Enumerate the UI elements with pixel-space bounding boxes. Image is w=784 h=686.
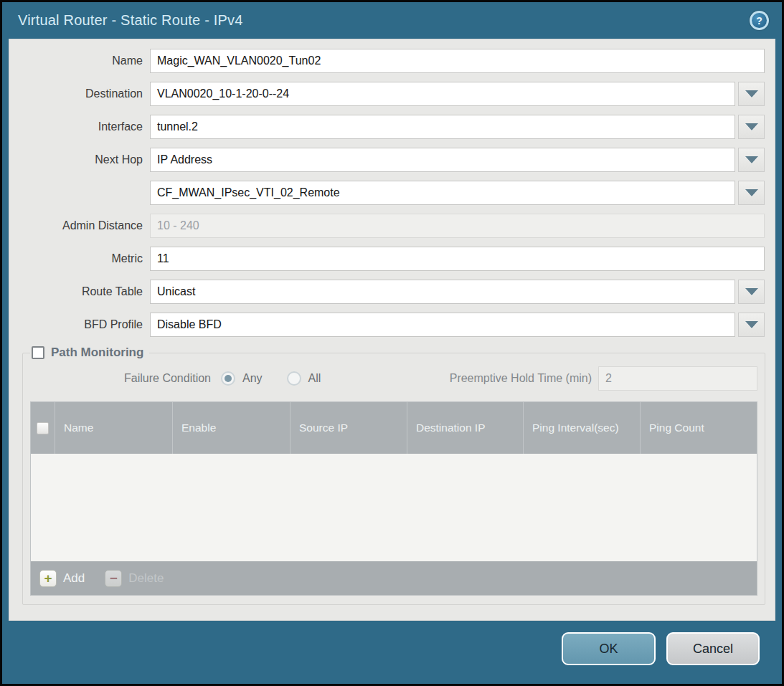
radio-all-label: All: [308, 372, 321, 385]
delete-button-label: Delete: [128, 571, 164, 586]
route-table-label: Route Table: [9, 285, 150, 298]
table-toolbar: + Add − Delete: [31, 561, 757, 595]
chevron-down-icon: [745, 123, 758, 130]
dialog-content: Name Destination Interface: [9, 39, 775, 621]
radio-any-icon: [221, 371, 235, 386]
admin-distance-input[interactable]: [150, 214, 765, 238]
dialog-footer: OK Cancel: [2, 621, 782, 686]
radio-any-label: Any: [242, 372, 263, 385]
help-icon[interactable]: ?: [750, 11, 769, 30]
table-body-empty: [31, 454, 757, 561]
chevron-down-icon: [745, 321, 758, 328]
path-monitoring-checkbox[interactable]: [32, 346, 44, 359]
next-hop-type-dropdown-button[interactable]: [738, 148, 765, 172]
interface-dropdown-button[interactable]: [738, 115, 765, 139]
preemptive-hold-time-label: Preemptive Hold Time (min): [450, 372, 598, 385]
metric-label: Metric: [9, 252, 150, 265]
radio-all-icon: [287, 371, 301, 386]
add-plus-icon: +: [39, 570, 57, 587]
column-header-ping-count[interactable]: Ping Count: [641, 402, 757, 454]
radio-all[interactable]: All: [287, 371, 321, 386]
chevron-down-icon: [745, 90, 758, 97]
add-button[interactable]: + Add: [39, 570, 85, 587]
next-hop-type-input[interactable]: [150, 148, 735, 172]
add-button-label: Add: [63, 571, 85, 586]
name-row: Name: [9, 49, 765, 73]
ok-button[interactable]: OK: [562, 632, 656, 665]
metric-row: Metric: [9, 247, 765, 271]
help-icon-glyph: ?: [752, 13, 767, 28]
cancel-button[interactable]: Cancel: [666, 632, 760, 665]
next-hop-label: Next Hop: [9, 153, 150, 166]
interface-label: Interface: [9, 120, 150, 133]
radio-any[interactable]: Any: [221, 371, 263, 386]
column-header-ping-interval[interactable]: Ping Interval(sec): [524, 402, 641, 454]
bfd-profile-input[interactable]: [150, 313, 735, 337]
name-label: Name: [9, 54, 150, 67]
column-header-name[interactable]: Name: [55, 402, 173, 454]
path-monitoring-legend: Path Monitoring: [30, 346, 149, 360]
metric-input[interactable]: [150, 247, 765, 271]
interface-row: Interface: [9, 115, 765, 139]
admin-distance-label: Admin Distance: [9, 219, 150, 232]
interface-input[interactable]: [150, 115, 735, 139]
path-monitoring-title: Path Monitoring: [51, 346, 143, 360]
name-input[interactable]: [150, 49, 765, 73]
route-table-dropdown-button[interactable]: [738, 280, 765, 304]
destination-dropdown-button[interactable]: [738, 82, 765, 106]
chevron-down-icon: [745, 189, 758, 196]
next-hop-address-input[interactable]: [150, 181, 735, 205]
delete-button[interactable]: − Delete: [105, 570, 164, 587]
destination-label: Destination: [9, 87, 150, 100]
next-hop-address-row: [9, 181, 765, 205]
admin-distance-row: Admin Distance: [9, 214, 765, 238]
next-hop-row: Next Hop: [9, 148, 765, 172]
destination-row: Destination: [9, 82, 765, 106]
preemptive-hold-time-input[interactable]: [598, 366, 757, 391]
bfd-profile-label: BFD Profile: [9, 318, 150, 331]
destination-input[interactable]: [150, 82, 735, 106]
column-header-destination-ip[interactable]: Destination IP: [407, 402, 524, 454]
dialog-titlebar: Virtual Router - Static Route - IPv4 ?: [2, 2, 782, 39]
bfd-profile-dropdown-button[interactable]: [738, 313, 765, 337]
static-route-dialog: Virtual Router - Static Route - IPv4 ? N…: [0, 0, 784, 686]
column-header-enable[interactable]: Enable: [173, 402, 291, 454]
delete-minus-icon: −: [105, 570, 122, 587]
chevron-down-icon: [745, 288, 758, 295]
chevron-down-icon: [745, 156, 758, 163]
route-table-input[interactable]: [150, 280, 735, 304]
bfd-profile-row: BFD Profile: [9, 313, 765, 337]
failure-condition-label: Failure Condition: [30, 372, 215, 385]
failure-condition-row: Failure Condition Any All Preemptive Hol…: [30, 366, 757, 391]
select-all-cell: [31, 402, 55, 454]
path-monitoring-table: Name Enable Source IP Destination IP Pin…: [30, 401, 757, 596]
preemptive-hold-time: Preemptive Hold Time (min): [450, 366, 757, 391]
failure-condition-radio-group: Any All: [221, 371, 321, 386]
next-hop-address-dropdown-button[interactable]: [738, 181, 765, 205]
table-header: Name Enable Source IP Destination IP Pin…: [31, 402, 757, 454]
column-header-source-ip[interactable]: Source IP: [291, 402, 407, 454]
dialog-title: Virtual Router - Static Route - IPv4: [18, 12, 243, 29]
select-all-checkbox[interactable]: [37, 422, 49, 434]
route-table-row: Route Table: [9, 280, 765, 304]
path-monitoring-section: Path Monitoring Failure Condition Any Al…: [22, 346, 765, 605]
